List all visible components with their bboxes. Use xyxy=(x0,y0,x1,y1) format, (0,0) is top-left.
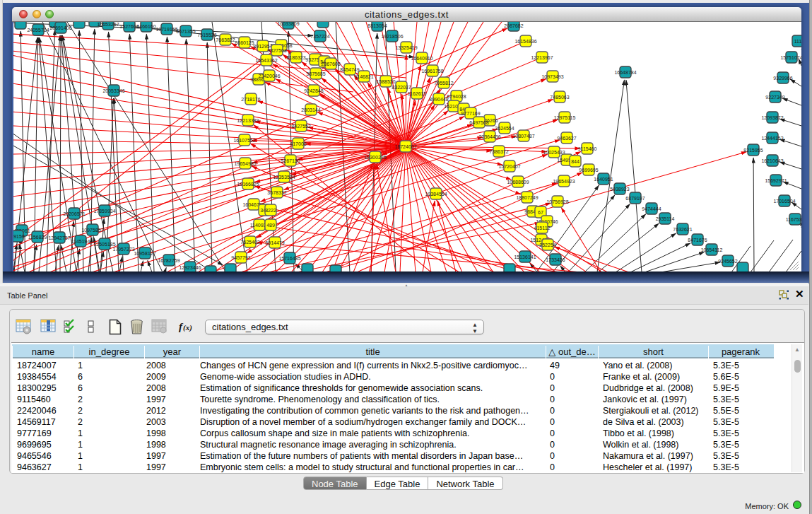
svg-text:1167533: 1167533 xyxy=(786,217,801,222)
svg-text:17957273: 17957273 xyxy=(112,247,134,252)
svg-text:19654985: 19654985 xyxy=(234,161,256,166)
svg-text:252254: 252254 xyxy=(539,243,555,247)
svg-text:9227349: 9227349 xyxy=(765,95,784,100)
svg-text:19384554: 19384554 xyxy=(425,192,447,197)
svg-text:15720407: 15720407 xyxy=(498,164,520,169)
svg-text:6794028: 6794028 xyxy=(447,94,466,99)
svg-text:24055714: 24055714 xyxy=(27,28,49,33)
svg-text:15716485: 15716485 xyxy=(278,256,300,261)
svg-text:20364436: 20364436 xyxy=(478,134,500,139)
svg-text:18807249: 18807249 xyxy=(516,195,538,200)
svg-text:18724007: 18724007 xyxy=(394,144,416,149)
svg-text:7955812: 7955812 xyxy=(434,81,453,86)
svg-text:7485063: 7485063 xyxy=(550,95,569,100)
svg-text:9146821: 9146821 xyxy=(354,74,373,79)
svg-text:10756928: 10756928 xyxy=(546,199,568,204)
svg-text:3624554: 3624554 xyxy=(495,126,514,131)
svg-text:19166825: 19166825 xyxy=(237,182,259,187)
svg-text:7357224: 7357224 xyxy=(310,34,329,39)
svg-text:2867608: 2867608 xyxy=(321,62,340,66)
svg-text:10973493: 10973493 xyxy=(541,74,563,79)
svg-text:8427552: 8427552 xyxy=(291,124,310,129)
svg-text:2935114: 2935114 xyxy=(656,216,675,221)
svg-text:20053346: 20053346 xyxy=(102,88,124,93)
svg-text:9457791: 9457791 xyxy=(231,255,250,260)
svg-text:12505185: 12505185 xyxy=(93,242,115,247)
svg-text:18300295: 18300295 xyxy=(364,155,386,160)
svg-text:16210643: 16210643 xyxy=(761,158,783,163)
svg-text:9329966: 9329966 xyxy=(773,76,792,81)
svg-text:1156829: 1156829 xyxy=(28,235,47,240)
svg-text:10654112: 10654112 xyxy=(701,247,723,252)
svg-text:12942757: 12942757 xyxy=(48,235,70,240)
svg-text:20691406: 20691406 xyxy=(49,25,71,30)
svg-text:8186323: 8186323 xyxy=(286,55,305,60)
svg-text:23420046: 23420046 xyxy=(258,74,280,78)
svg-text:7632621: 7632621 xyxy=(673,227,692,232)
svg-text:12923446: 12923446 xyxy=(179,265,201,270)
svg-text:2718176: 2718176 xyxy=(241,97,260,102)
svg-text:12213967: 12213967 xyxy=(531,55,553,60)
svg-text:7625402: 7625402 xyxy=(240,240,259,245)
svg-text:489: 489 xyxy=(266,223,275,228)
svg-text:16033809: 16033809 xyxy=(277,22,299,26)
svg-text:8990448: 8990448 xyxy=(429,97,448,102)
svg-text:9242848: 9242848 xyxy=(304,88,323,93)
svg-text:9463627: 9463627 xyxy=(557,136,576,141)
svg-text:16543362: 16543362 xyxy=(255,58,277,63)
svg-text:16648784: 16648784 xyxy=(614,70,636,75)
svg-text:415112: 415112 xyxy=(534,226,551,230)
svg-text:9115460: 9115460 xyxy=(578,146,597,151)
svg-text:16640910: 16640910 xyxy=(411,56,433,61)
svg-text:9699695: 9699695 xyxy=(579,168,598,173)
svg-text:9245652: 9245652 xyxy=(718,259,737,264)
svg-text:12975115: 12975115 xyxy=(554,115,576,120)
svg-text:2803144: 2803144 xyxy=(301,107,320,112)
svg-text:7515526: 7515526 xyxy=(197,33,216,37)
svg-text:10719155: 10719155 xyxy=(155,27,177,32)
svg-text:6671355: 6671355 xyxy=(176,29,195,34)
svg-text:6497568: 6497568 xyxy=(469,120,488,125)
svg-text:16107552: 16107552 xyxy=(233,138,255,143)
svg-text:16961758: 16961758 xyxy=(421,69,443,74)
svg-text:1733426: 1733426 xyxy=(546,257,565,262)
svg-text:(x): (x) xyxy=(183,323,192,332)
svg-text:67: 67 xyxy=(538,210,543,215)
svg-text:39159: 39159 xyxy=(13,234,25,239)
svg-text:1588520: 1588520 xyxy=(376,79,395,84)
svg-text:17859934: 17859934 xyxy=(93,209,115,214)
svg-text:15751074: 15751074 xyxy=(780,55,801,60)
svg-text:15136141: 15136141 xyxy=(514,255,536,259)
svg-text:12093872: 12093872 xyxy=(761,115,783,120)
svg-text:5938923: 5938923 xyxy=(610,187,629,192)
svg-text:20206571: 20206571 xyxy=(63,211,85,216)
svg-text:9777169: 9777169 xyxy=(461,111,480,116)
svg-text:417006: 417006 xyxy=(290,141,306,146)
svg-text:12213389: 12213389 xyxy=(237,118,259,123)
svg-text:8454749: 8454749 xyxy=(340,67,359,72)
svg-text:10688609: 10688609 xyxy=(507,180,529,185)
svg-text:1162615: 1162615 xyxy=(408,91,427,96)
svg-text:7663822: 7663822 xyxy=(216,37,235,42)
svg-text:111: 111 xyxy=(794,39,801,44)
svg-text:12353594: 12353594 xyxy=(273,175,295,180)
svg-text:10807487: 10807487 xyxy=(512,134,534,139)
svg-text:19654923: 19654923 xyxy=(553,179,575,184)
svg-text:15692971: 15692971 xyxy=(765,178,787,183)
svg-text:1640951: 1640951 xyxy=(594,177,613,182)
svg-text:19218506: 19218506 xyxy=(381,34,403,39)
svg-text:8660125: 8660125 xyxy=(235,40,254,45)
svg-text:8471676: 8471676 xyxy=(688,238,707,243)
svg-text:6466160: 6466160 xyxy=(136,24,155,29)
svg-text:2087682: 2087682 xyxy=(504,23,523,28)
svg-text:6879197: 6879197 xyxy=(625,196,645,201)
svg-text:17016504: 17016504 xyxy=(773,199,795,204)
svg-text:12444153: 12444153 xyxy=(761,136,783,141)
svg-text:7386372: 7386372 xyxy=(489,149,508,154)
svg-text:3875685: 3875685 xyxy=(306,71,325,76)
svg-text:1145194: 1145194 xyxy=(71,239,90,244)
svg-text:8813054: 8813054 xyxy=(367,23,387,28)
svg-text:10958127: 10958127 xyxy=(134,251,155,256)
svg-text:3678332: 3678332 xyxy=(267,190,286,195)
svg-text:16782759: 16782759 xyxy=(158,258,180,263)
